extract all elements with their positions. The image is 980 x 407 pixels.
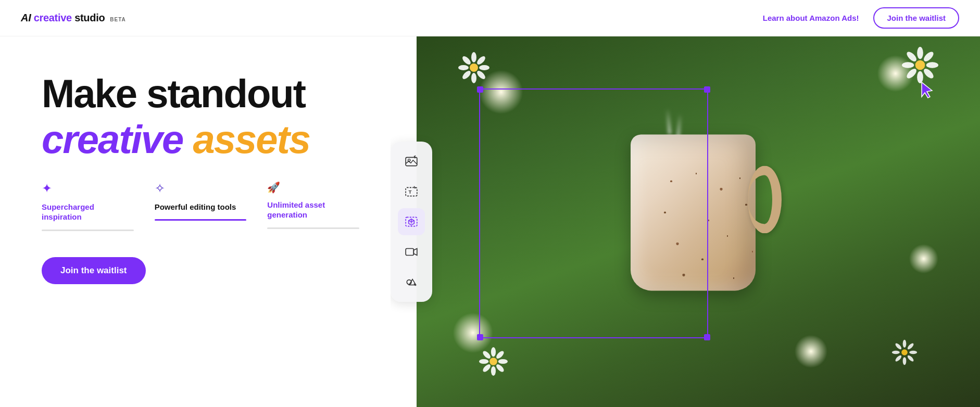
toolbar-panel: T	[391, 142, 432, 302]
svg-point-9	[915, 60, 925, 70]
generate-image-button[interactable]	[398, 148, 425, 175]
svg-point-33	[907, 354, 914, 362]
svg-point-5	[461, 55, 472, 66]
left-panel: Make standout creative assets ✦ Supercha…	[0, 36, 391, 407]
svg-point-0	[470, 63, 478, 72]
svg-point-6	[475, 69, 486, 80]
rocket-icon: 🚀	[267, 181, 359, 194]
svg-point-38	[408, 159, 410, 161]
main-content: Make standout creative assets ✦ Supercha…	[0, 36, 980, 407]
svg-point-31	[909, 351, 917, 354]
svg-rect-42	[406, 249, 413, 256]
svg-point-15	[922, 67, 935, 80]
text-overlay-button[interactable]: T	[398, 178, 425, 205]
3d-object-button[interactable]	[398, 208, 425, 235]
svg-point-16	[922, 50, 935, 63]
svg-point-26	[482, 363, 492, 373]
features-row: ✦ Supercharged inspiration ✧ Powerful ed…	[42, 181, 359, 231]
feature-underline-1	[42, 230, 134, 231]
feature-underline-2	[155, 219, 247, 221]
header: AI creative studio BETA Learn about Amaz…	[0, 0, 980, 36]
sparkle-icon: ✦	[42, 181, 134, 196]
headline-creative: creative	[42, 117, 183, 161]
logo-ai: AI	[21, 12, 31, 23]
logo-text: AI creative studio	[21, 12, 105, 24]
logo-creative: creative	[31, 12, 71, 23]
svg-point-35	[895, 354, 902, 362]
edit-button[interactable]	[398, 269, 425, 296]
svg-point-1	[471, 52, 476, 62]
svg-marker-36	[922, 82, 932, 98]
mug-handle	[748, 166, 782, 233]
svg-point-23	[482, 350, 492, 360]
logo: AI creative studio BETA	[21, 12, 126, 24]
svg-point-12	[902, 62, 914, 68]
svg-point-4	[479, 65, 489, 70]
daisy-2	[902, 47, 938, 83]
svg-point-29	[903, 357, 907, 365]
right-panel: T	[391, 36, 980, 407]
svg-point-28	[903, 340, 907, 348]
waitlist-button-header[interactable]: Join the waitlist	[873, 7, 959, 29]
headline-assets: assets	[183, 117, 310, 161]
learn-amazon-ads-link[interactable]: Learn about Amazon Ads!	[763, 14, 859, 22]
feature-editing: ✧ Powerful editing tools	[155, 181, 247, 231]
daisy-3	[479, 347, 508, 376]
video-button[interactable]	[398, 238, 425, 265]
waitlist-button-main[interactable]: Join the waitlist	[42, 257, 146, 284]
logo-studio: studio	[72, 12, 105, 23]
feature-label-2: Powerful editing tools	[155, 202, 247, 212]
svg-point-19	[491, 347, 496, 357]
svg-point-27	[901, 349, 908, 355]
headline-line2: creative assets	[42, 119, 359, 160]
svg-rect-37	[406, 157, 417, 166]
mug-image	[615, 119, 782, 316]
svg-text:T: T	[409, 189, 412, 195]
svg-point-11	[917, 71, 923, 83]
svg-point-10	[917, 47, 923, 59]
svg-point-20	[491, 366, 496, 376]
beta-badge: BETA	[110, 17, 125, 22]
hero-image	[417, 36, 980, 407]
cursor-arrow	[920, 82, 934, 101]
daisy-4	[891, 339, 918, 365]
svg-point-24	[495, 363, 505, 373]
mug-body	[631, 134, 756, 290]
svg-point-3	[458, 65, 469, 70]
cursor-icon: ✧	[155, 181, 247, 196]
svg-point-17	[905, 67, 918, 80]
svg-point-8	[461, 69, 472, 80]
svg-point-14	[905, 50, 918, 63]
svg-point-30	[892, 351, 900, 354]
svg-point-34	[907, 342, 914, 350]
svg-point-21	[479, 359, 488, 364]
feature-underline-3	[267, 227, 359, 229]
svg-point-25	[495, 350, 505, 360]
feature-supercharged: ✦ Supercharged inspiration	[42, 181, 134, 231]
mug-spots	[646, 150, 771, 306]
svg-point-32	[895, 342, 902, 350]
daisy-1	[458, 52, 489, 83]
svg-point-2	[471, 73, 476, 83]
svg-point-18	[489, 358, 497, 365]
svg-point-13	[926, 62, 938, 68]
headline-line1: Make standout	[42, 73, 359, 115]
feature-label-3: Unlimited asset generation	[267, 200, 359, 220]
feature-label-1: Supercharged inspiration	[42, 202, 134, 222]
header-right: Learn about Amazon Ads! Join the waitlis…	[763, 7, 959, 29]
svg-point-22	[498, 359, 508, 364]
svg-point-7	[475, 55, 486, 66]
feature-generation: 🚀 Unlimited asset generation	[267, 181, 359, 231]
